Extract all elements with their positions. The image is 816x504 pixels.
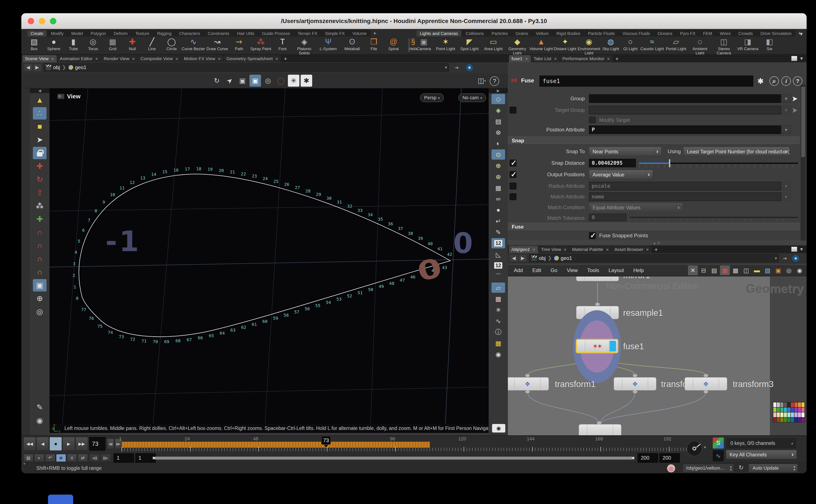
shelf-tab-terrain-fx[interactable]: Terrain FX bbox=[294, 30, 321, 36]
shelf-tool-torus[interactable]: ◎Torus bbox=[83, 37, 103, 54]
palette-swatch[interactable] bbox=[798, 418, 801, 422]
shelf-tool-file[interactable]: ❒File bbox=[364, 37, 384, 54]
select-screen-icon[interactable]: ▣ bbox=[237, 75, 248, 87]
snap-section-header[interactable]: Snap bbox=[508, 137, 800, 145]
display-glasses-ic(on[interactable]: ∞ bbox=[491, 194, 505, 204]
palette-swatch[interactable] bbox=[773, 412, 776, 417]
scale-tool-icon[interactable]: ⇧ bbox=[33, 186, 47, 199]
auto-update-dropdown[interactable]: Auto Update▲▼ bbox=[749, 464, 798, 472]
shelf-tab-grains[interactable]: Grains bbox=[512, 30, 532, 36]
shelf-tool-metaball[interactable]: ʘMetaball bbox=[340, 37, 364, 54]
go-start-button[interactable]: ◀◀ bbox=[23, 437, 36, 451]
shelf-tool-null[interactable]: ✚Null bbox=[122, 37, 142, 54]
network-menu-view[interactable]: View bbox=[562, 265, 583, 276]
net-images-icon[interactable]: ▨ bbox=[763, 265, 772, 275]
go-end-button[interactable]: ▶▶ bbox=[76, 437, 88, 451]
palette-swatch[interactable] bbox=[787, 408, 790, 412]
channel-graph-icon[interactable]: ∿ bbox=[713, 450, 724, 461]
range-start-field[interactable]: 1 bbox=[114, 453, 134, 463]
fuse-snapped-checkbox[interactable] bbox=[589, 232, 596, 239]
shelf-tool-stereo-camera[interactable]: ◫Stereo Camera bbox=[712, 37, 736, 54]
playhead[interactable]: 73 bbox=[321, 436, 331, 445]
secure-selection-lock-icon[interactable] bbox=[33, 147, 47, 159]
pane-splitter[interactable]: ▲▼ bbox=[508, 241, 807, 245]
shelf-tool-point-light[interactable]: ✶Point Light bbox=[434, 37, 458, 54]
path-node[interactable]: geo1 bbox=[561, 255, 572, 261]
palette-swatch[interactable] bbox=[791, 408, 794, 412]
search-icon[interactable]: ⌕ bbox=[769, 76, 779, 86]
projection-button[interactable]: Persp bbox=[420, 93, 444, 102]
display-prim-numbers-icon[interactable]: 12 bbox=[491, 260, 505, 271]
group-field[interactable] bbox=[589, 94, 781, 103]
set-key-button[interactable] bbox=[687, 441, 702, 456]
shelf-tool-circle[interactable]: ◯Circle bbox=[162, 37, 181, 54]
param-scrollbar[interactable] bbox=[801, 84, 806, 251]
palette-swatch[interactable] bbox=[798, 408, 801, 412]
shelf-tab-oceans[interactable]: Oceans bbox=[654, 30, 676, 36]
move-tool-icon[interactable]: ✚ bbox=[33, 160, 47, 172]
palette-swatch[interactable] bbox=[787, 412, 790, 417]
palette-swatch[interactable] bbox=[780, 402, 783, 407]
fuse-section-header[interactable]: Fuse bbox=[508, 223, 800, 231]
palette-swatch[interactable] bbox=[791, 412, 794, 417]
close-tab-icon[interactable] bbox=[551, 56, 557, 61]
collapse-toolbar-icon[interactable]: ▶ bbox=[489, 88, 508, 93]
pane-menu-icon[interactable]: ▼ bbox=[799, 56, 804, 61]
shelf-tool-font[interactable]: TFont bbox=[273, 37, 292, 54]
shelf-tab-fem[interactable]: FEM bbox=[699, 30, 716, 36]
view-tumble-icon[interactable]: ↻ bbox=[211, 75, 223, 87]
display-hooks-icon[interactable]: ↵ bbox=[491, 216, 505, 226]
net-visibility-icon[interactable]: ◉ bbox=[795, 265, 804, 275]
range-prev-icon[interactable]: ◀▮ bbox=[90, 454, 99, 462]
palette-swatch[interactable] bbox=[794, 402, 797, 407]
view-lens-icon[interactable]: ◎ bbox=[33, 306, 47, 318]
palette-swatch[interactable] bbox=[780, 408, 783, 412]
pane-menu-icon[interactable]: ▼ bbox=[799, 247, 804, 252]
mascot-icon[interactable] bbox=[667, 464, 675, 472]
keys-info-button[interactable]: 0 keys, 0/0 channels bbox=[726, 437, 797, 449]
audio-icon[interactable]: ◐ bbox=[34, 454, 44, 462]
key-options-icon[interactable]: ▤ bbox=[23, 454, 33, 462]
shelf-tab-characters[interactable]: Characters bbox=[176, 30, 204, 36]
snap-distance-slider[interactable] bbox=[639, 163, 798, 164]
stop-button[interactable]: ■ bbox=[50, 437, 62, 451]
network-canvas[interactable]: Non-Commercial Edition Geometry bbox=[508, 277, 807, 435]
shelf-tool-curve-bezier[interactable]: ∿Curve Bezier bbox=[181, 37, 205, 54]
palette-swatch[interactable] bbox=[777, 412, 780, 417]
close-tab-icon[interactable] bbox=[129, 56, 135, 61]
shelf-tool-vr-camera[interactable]: ◨VR Camera bbox=[736, 37, 760, 54]
splitter-notch-icon[interactable]: ▼ bbox=[23, 462, 26, 466]
help-icon[interactable]: ? bbox=[490, 76, 499, 86]
gear-icon[interactable]: ✱ bbox=[756, 76, 765, 86]
shelf-tab-texture[interactable]: Texture bbox=[132, 30, 153, 36]
info-icon[interactable]: i bbox=[781, 76, 791, 86]
shelf-tab-new-tab[interactable]: + bbox=[371, 30, 379, 36]
palette-swatch[interactable] bbox=[777, 402, 780, 407]
pin-pane-icon[interactable]: ⇥ bbox=[455, 65, 462, 70]
palette-swatch[interactable] bbox=[801, 412, 804, 417]
shelf-tab-guide-process[interactable]: Guide Process bbox=[258, 30, 294, 36]
close-tab-icon[interactable] bbox=[603, 247, 609, 252]
render-settings-icon[interactable]: ✱ bbox=[301, 75, 312, 87]
net-box-icon[interactable]: ▣ bbox=[773, 265, 783, 275]
select-tool-icon[interactable]: ➤ bbox=[33, 134, 47, 146]
rotate-tool-icon[interactable]: ↻ bbox=[33, 173, 47, 186]
play-button[interactable]: ▶ bbox=[63, 437, 75, 451]
key-all-channels-dropdown[interactable]: Key All Channels bbox=[726, 450, 797, 459]
shelf-tool-spot-light[interactable]: ◤Spot Light bbox=[458, 37, 481, 54]
palette-swatch[interactable] bbox=[780, 418, 783, 422]
palette-swatch[interactable] bbox=[784, 418, 787, 422]
net-tree-icon[interactable]: ⊟ bbox=[699, 265, 708, 275]
close-tab-icon[interactable] bbox=[643, 247, 649, 252]
position-attribute-field[interactable]: P bbox=[589, 125, 781, 134]
shelf-tool-gi-light[interactable]: ○GI Light bbox=[621, 37, 640, 54]
tab-material-palette[interactable]: Material Palette bbox=[570, 246, 611, 253]
palette-swatch[interactable] bbox=[791, 418, 794, 422]
output-positions-dropdown[interactable]: Average Value bbox=[589, 170, 653, 179]
node-name-field[interactable]: fuse1 bbox=[539, 76, 753, 87]
layout-presets-icon[interactable]: ◫▾ bbox=[476, 75, 488, 87]
group-select-arrow-icon[interactable]: ➤ bbox=[792, 94, 799, 103]
shelf-tab-rigging[interactable]: Rigging bbox=[153, 30, 175, 36]
close-tab-icon[interactable] bbox=[173, 56, 178, 61]
shelf-tool-l-system[interactable]: ΨL-System bbox=[316, 37, 340, 54]
